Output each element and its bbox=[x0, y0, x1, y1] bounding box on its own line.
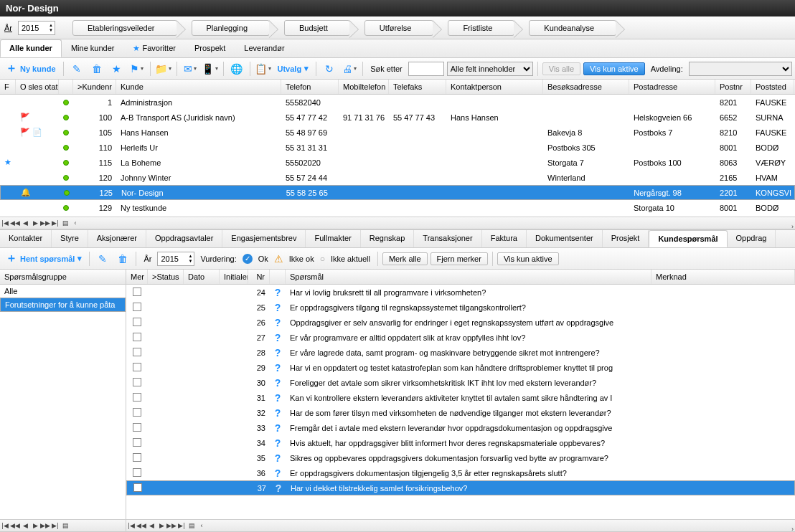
table-row[interactable]: 120Johnny Winter55 57 24 44Winterland216… bbox=[0, 170, 795, 185]
question-row[interactable]: 30?Foreligger det avtale som sikrer virk… bbox=[126, 375, 795, 390]
table-row[interactable]: 129Ny testkundeStorgata 108001BODØ bbox=[0, 200, 795, 215]
row-checkbox[interactable] bbox=[133, 303, 141, 311]
process-tab[interactable]: Budsjett bbox=[284, 20, 350, 36]
vis-alle-button[interactable]: Vis alle bbox=[542, 62, 580, 75]
avdeling-select[interactable] bbox=[689, 62, 792, 76]
question-row[interactable]: 25?Er oppdragsgivers tilgang til regnska… bbox=[126, 300, 795, 315]
ar-spinner[interactable]: ▲▼ bbox=[157, 252, 194, 266]
delete-q-icon[interactable]: 🗑 bbox=[114, 251, 131, 267]
row-checkbox[interactable] bbox=[133, 378, 141, 386]
vis-kun-aktive-button[interactable]: Vis kun aktive bbox=[583, 62, 645, 75]
customer-tab[interactable]: Leverandør bbox=[235, 39, 293, 57]
customer-tab[interactable]: Prospekt bbox=[185, 39, 235, 57]
fjern-merker-button[interactable]: Fjern merker bbox=[431, 252, 488, 265]
row-checkbox[interactable] bbox=[133, 438, 141, 447]
question-row[interactable]: 36?Er oppdragsgivers dokumentasjon tilgj… bbox=[126, 465, 795, 480]
question-row[interactable]: 37?Har vi dekket tilstrekkelig samlet fo… bbox=[126, 480, 795, 495]
detail-tab[interactable]: Dokumentsenter bbox=[527, 230, 603, 247]
group-item[interactable]: Alle bbox=[0, 285, 126, 298]
refresh-icon[interactable]: ↻ bbox=[321, 61, 338, 77]
table-row[interactable]: 1Administrasjon555820408201FAUSKE bbox=[0, 95, 795, 110]
question-row[interactable]: 31?Kan vi kontrollere ekstern leverandør… bbox=[126, 390, 795, 405]
row-checkbox[interactable] bbox=[133, 423, 141, 432]
mail-icon[interactable]: ✉ bbox=[182, 61, 199, 77]
process-tab[interactable]: Utførelse bbox=[364, 20, 434, 36]
detail-tab[interactable]: Styre bbox=[52, 230, 88, 247]
year-up[interactable]: ▲ bbox=[47, 23, 55, 28]
detail-tab[interactable]: Kontakter bbox=[0, 230, 52, 247]
ikke-aktuell-button[interactable]: Ikke aktuell bbox=[328, 255, 373, 263]
row-checkbox[interactable] bbox=[133, 453, 141, 462]
year-spinner[interactable]: ▲▼ bbox=[18, 21, 55, 35]
row-checkbox[interactable] bbox=[133, 483, 142, 492]
year-down[interactable]: ▼ bbox=[47, 28, 55, 33]
detail-tab[interactable]: Regnskap bbox=[361, 230, 415, 247]
question-row[interactable]: 27?Er vår programvare er alltid oppdater… bbox=[126, 330, 795, 345]
process-tab[interactable]: Fristliste bbox=[448, 20, 514, 36]
table-row[interactable]: 🚩 📄105Hans Hansen55 48 97 69Bakevja 8Pos… bbox=[0, 125, 795, 140]
detail-tab[interactable]: Transaksjoner bbox=[414, 230, 481, 247]
nav-prev[interactable]: ◀ bbox=[20, 219, 30, 227]
table-row[interactable]: 110Herleifs Ur55 31 31 31Postboks 305800… bbox=[0, 140, 795, 155]
process-tab[interactable]: Planlegging bbox=[192, 20, 271, 36]
detail-tab[interactable]: Engasjementsbrev bbox=[222, 230, 306, 247]
nav-next-page[interactable]: ▶▶ bbox=[40, 219, 50, 227]
print-icon[interactable]: 🖨 bbox=[341, 61, 358, 77]
detail-tab[interactable]: Faktura bbox=[482, 230, 527, 247]
detail-tab[interactable]: Fullmakter bbox=[306, 230, 360, 247]
table-row[interactable]: 🔔125Nor- Design55 58 25 65Nergårsgt. 982… bbox=[0, 185, 795, 200]
customer-tab[interactable]: ★Favoritter bbox=[123, 39, 184, 57]
flag-icon[interactable]: ⚑ bbox=[128, 61, 146, 77]
row-checkbox[interactable] bbox=[133, 363, 141, 371]
nav-expand[interactable]: ▤ bbox=[60, 219, 70, 227]
question-row[interactable]: 35?Sikres og oppbevares oppdragsgivers d… bbox=[126, 450, 795, 465]
detail-tab[interactable]: Kundespørsmål bbox=[649, 230, 727, 247]
question-row[interactable]: 29?Har vi en oppdatert og testet katastr… bbox=[126, 360, 795, 375]
ar-input[interactable] bbox=[158, 253, 187, 265]
question-row[interactable]: 24?Har vi lovlig bruksrett til all progr… bbox=[126, 285, 795, 300]
group-item[interactable]: Forutsetninger for å kunne påta seg bbox=[0, 298, 126, 312]
search-input[interactable] bbox=[408, 62, 444, 76]
row-checkbox[interactable] bbox=[133, 348, 141, 356]
question-row[interactable]: 33?Fremgår det i avtale med ekstern leve… bbox=[126, 420, 795, 435]
star-icon[interactable]: ★ bbox=[108, 61, 126, 77]
customer-tab[interactable]: Mine kunder bbox=[62, 39, 124, 57]
globe-icon[interactable]: 🌐 bbox=[228, 61, 245, 77]
hent-sporsmal-button[interactable]: ＋Hent spørsmål ▾ bbox=[3, 251, 85, 266]
nav-prev-page[interactable]: ◀◀ bbox=[10, 219, 20, 227]
table-row[interactable]: 🚩100A-B Transport AS (Juridisk navn)55 4… bbox=[0, 110, 795, 125]
row-checkbox[interactable] bbox=[133, 288, 141, 296]
nav-last[interactable]: ▶| bbox=[50, 219, 60, 227]
row-checkbox[interactable] bbox=[133, 408, 141, 417]
row-checkbox[interactable] bbox=[133, 393, 141, 402]
question-row[interactable]: 26?Oppdragsgiver er selv ansvarlig for e… bbox=[126, 315, 795, 330]
nav-next[interactable]: ▶ bbox=[30, 219, 40, 227]
filter-field-select[interactable]: Alle felt inneholder bbox=[447, 62, 533, 76]
year-input[interactable] bbox=[19, 22, 47, 34]
detail-tab[interactable]: Oppdrag bbox=[728, 230, 776, 247]
ok-button[interactable]: Ok bbox=[255, 255, 271, 263]
delete-icon[interactable]: 🗑 bbox=[88, 61, 105, 77]
detail-tab[interactable]: Aksjonærer bbox=[88, 230, 146, 247]
row-checkbox[interactable] bbox=[133, 468, 141, 477]
edit-q-icon[interactable]: ✎ bbox=[94, 251, 111, 267]
mobile-icon[interactable]: 📱 bbox=[202, 61, 219, 77]
document-icon[interactable]: 📋 bbox=[255, 61, 272, 77]
detail-tab[interactable]: Prosjekt bbox=[603, 230, 649, 247]
table-row[interactable]: ★115La Boheme55502020Storgata 7Postboks … bbox=[0, 155, 795, 170]
utvalg-button[interactable]: Utvalg ▾ bbox=[275, 64, 312, 73]
process-tab[interactable]: Etableringsveileder bbox=[72, 20, 177, 36]
question-row[interactable]: 34?Hvis aktuelt, har oppdragsgiver blitt… bbox=[126, 435, 795, 450]
merk-alle-button[interactable]: Merk alle bbox=[382, 252, 428, 265]
detail-tab[interactable]: Oppdragsavtaler bbox=[146, 230, 222, 247]
row-checkbox[interactable] bbox=[133, 333, 141, 341]
new-customer-button[interactable]: ＋Ny kunde bbox=[3, 61, 59, 76]
nav-first[interactable]: |◀ bbox=[0, 219, 10, 227]
row-checkbox[interactable] bbox=[133, 318, 141, 326]
folder-icon[interactable]: 📁 bbox=[155, 61, 172, 77]
ikke-ok-button[interactable]: Ikke ok bbox=[286, 255, 317, 263]
edit-icon[interactable]: ✎ bbox=[68, 61, 85, 77]
process-tab[interactable]: Kundeanalyse bbox=[529, 20, 616, 36]
question-row[interactable]: 28?Er våre lagrede data, samt program- o… bbox=[126, 345, 795, 360]
customer-tab[interactable]: Alle kunder bbox=[0, 39, 62, 57]
